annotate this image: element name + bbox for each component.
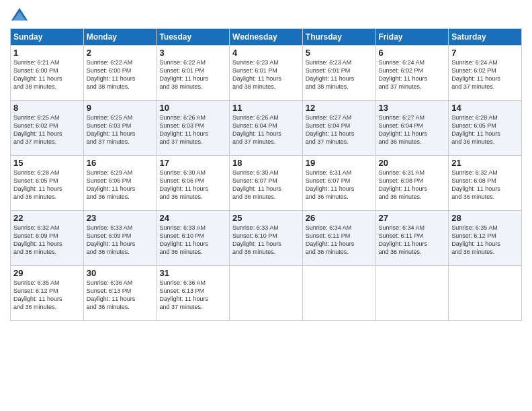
day-number: 19 (306, 158, 373, 168)
cell-info: Sunset: 6:11 PM (306, 232, 373, 240)
cell-info: Daylight: 11 hours (379, 185, 446, 193)
cell-info: and 37 minutes. (232, 138, 300, 146)
day-number: 11 (232, 103, 300, 113)
calendar-cell (230, 266, 303, 321)
cell-info: Sunset: 6:03 PM (87, 122, 154, 130)
cell-info: Sunset: 6:10 PM (232, 232, 300, 240)
cell-info: and 38 minutes. (232, 83, 300, 91)
day-number: 10 (159, 103, 226, 113)
cell-info: Sunset: 6:09 PM (13, 232, 81, 240)
calendar-header-row: SundayMondayTuesdayWednesdayThursdayFrid… (11, 29, 522, 46)
cell-info: Sunset: 6:08 PM (379, 177, 446, 185)
cell-info: Sunset: 6:02 PM (451, 66, 519, 75)
day-number: 5 (306, 48, 373, 58)
calendar-cell: 23Sunrise: 6:33 AMSunset: 6:09 PMDayligh… (83, 211, 157, 266)
calendar-cell: 24Sunrise: 6:33 AMSunset: 6:10 PMDayligh… (157, 211, 230, 266)
day-number: 25 (232, 213, 300, 223)
cell-info: Daylight: 11 hours (87, 295, 154, 303)
day-number: 26 (306, 213, 373, 223)
calendar-cell: 2Sunrise: 6:22 AMSunset: 6:00 PMDaylight… (83, 46, 157, 101)
cell-info: Daylight: 11 hours (159, 295, 226, 303)
cell-info: Sunset: 6:12 PM (13, 287, 81, 295)
cell-info: Daylight: 11 hours (232, 130, 300, 138)
cell-info: Sunset: 6:12 PM (451, 232, 519, 240)
cell-info: and 36 minutes. (13, 193, 81, 201)
cell-info: Sunrise: 6:22 AM (87, 58, 154, 66)
day-number: 20 (379, 158, 446, 168)
cell-info: Sunrise: 6:34 AM (379, 224, 446, 232)
calendar-cell: 28Sunrise: 6:35 AMSunset: 6:12 PMDayligh… (449, 211, 522, 266)
day-number: 24 (159, 213, 226, 223)
cell-info: Daylight: 11 hours (87, 185, 154, 193)
calendar-cell: 15Sunrise: 6:28 AMSunset: 6:05 PMDayligh… (11, 156, 84, 211)
cell-info: and 36 minutes. (87, 193, 154, 201)
calendar-cell: 11Sunrise: 6:26 AMSunset: 6:04 PMDayligh… (230, 101, 303, 156)
day-number: 30 (87, 268, 154, 278)
day-number: 16 (87, 158, 154, 168)
day-header-saturday: Saturday (449, 29, 522, 46)
cell-info: Sunset: 6:02 PM (379, 66, 446, 75)
cell-info: and 37 minutes. (13, 138, 81, 146)
cell-info: Sunrise: 6:26 AM (159, 113, 226, 122)
calendar-cell: 5Sunrise: 6:23 AMSunset: 6:01 PMDaylight… (302, 46, 375, 101)
cell-info: Sunset: 6:05 PM (451, 122, 519, 130)
cell-info: Sunrise: 6:25 AM (87, 113, 154, 122)
cell-info: Sunset: 6:07 PM (232, 177, 300, 185)
cell-info: and 37 minutes. (306, 138, 373, 146)
cell-info: Sunset: 6:03 PM (159, 122, 226, 130)
calendar-cell: 19Sunrise: 6:31 AMSunset: 6:07 PMDayligh… (302, 156, 375, 211)
calendar-cell: 16Sunrise: 6:29 AMSunset: 6:06 PMDayligh… (83, 156, 157, 211)
cell-info: and 37 minutes. (87, 138, 154, 146)
cell-info: Sunrise: 6:33 AM (232, 224, 300, 232)
day-number: 21 (451, 158, 519, 168)
cell-info: and 36 minutes. (379, 138, 446, 146)
day-number: 9 (87, 103, 154, 113)
calendar-cell: 20Sunrise: 6:31 AMSunset: 6:08 PMDayligh… (375, 156, 449, 211)
day-header-friday: Friday (375, 29, 449, 46)
cell-info: and 37 minutes. (379, 83, 446, 91)
cell-info: Sunset: 6:06 PM (159, 177, 226, 185)
day-number: 31 (159, 268, 226, 278)
cell-info: Daylight: 11 hours (87, 75, 154, 83)
calendar-body: 1Sunrise: 6:21 AMSunset: 6:00 PMDaylight… (11, 46, 522, 321)
cell-info: and 36 minutes. (87, 248, 154, 256)
day-number: 7 (451, 48, 519, 58)
cell-info: Sunrise: 6:28 AM (451, 113, 519, 122)
day-header-sunday: Sunday (11, 29, 84, 46)
cell-info: Sunset: 6:08 PM (451, 177, 519, 185)
cell-info: and 38 minutes. (159, 83, 226, 91)
cell-info: Sunrise: 6:35 AM (451, 224, 519, 232)
cell-info: Sunset: 6:04 PM (379, 122, 446, 130)
day-number: 27 (379, 213, 446, 223)
cell-info: Sunrise: 6:34 AM (306, 224, 373, 232)
day-number: 17 (159, 158, 226, 168)
calendar-cell: 4Sunrise: 6:23 AMSunset: 6:01 PMDaylight… (230, 46, 303, 101)
cell-info: and 38 minutes. (306, 83, 373, 91)
day-number: 3 (159, 48, 226, 58)
cell-info: Daylight: 11 hours (13, 240, 81, 248)
day-header-thursday: Thursday (302, 29, 375, 46)
cell-info: Sunrise: 6:32 AM (451, 169, 519, 177)
cell-info: Sunset: 6:06 PM (87, 177, 154, 185)
cell-info: Sunrise: 6:23 AM (306, 58, 373, 66)
logo-icon (10, 7, 29, 26)
cell-info: and 36 minutes. (306, 248, 373, 256)
day-number: 22 (13, 213, 81, 223)
cell-info: Sunset: 6:10 PM (159, 232, 226, 240)
day-number: 15 (13, 158, 81, 168)
calendar-cell: 27Sunrise: 6:34 AMSunset: 6:11 PMDayligh… (375, 211, 449, 266)
cell-info: and 36 minutes. (232, 248, 300, 256)
week-row-3: 15Sunrise: 6:28 AMSunset: 6:05 PMDayligh… (11, 156, 522, 211)
day-number: 8 (13, 103, 81, 113)
cell-info: and 38 minutes. (13, 83, 81, 91)
calendar-cell (375, 266, 449, 321)
cell-info: Sunrise: 6:21 AM (13, 58, 81, 66)
cell-info: Sunset: 6:13 PM (87, 287, 154, 295)
cell-info: Sunrise: 6:24 AM (451, 58, 519, 66)
calendar-cell: 30Sunrise: 6:36 AMSunset: 6:13 PMDayligh… (83, 266, 157, 321)
cell-info: Sunrise: 6:23 AM (232, 58, 300, 66)
calendar-cell (449, 266, 522, 321)
cell-info: and 37 minutes. (159, 138, 226, 146)
calendar-cell: 17Sunrise: 6:30 AMSunset: 6:06 PMDayligh… (157, 156, 230, 211)
cell-info: and 36 minutes. (232, 193, 300, 201)
